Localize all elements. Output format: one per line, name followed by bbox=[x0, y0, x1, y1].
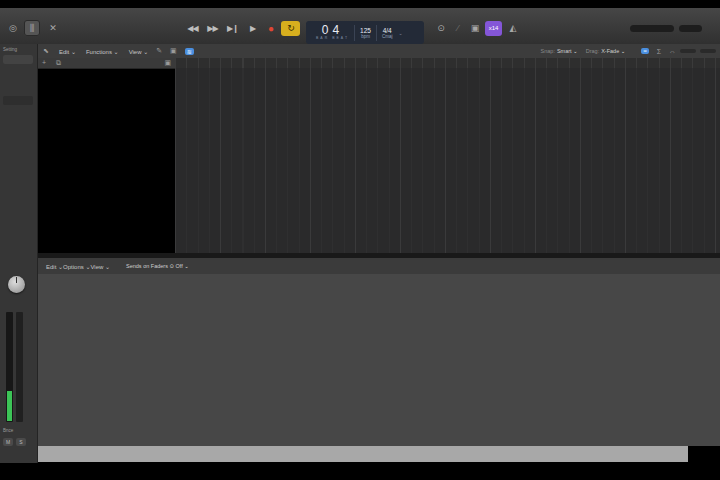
menu-view[interactable]: View ⌄ bbox=[129, 48, 149, 55]
v-zoom-slider[interactable] bbox=[700, 49, 716, 53]
inspector-setting-label[interactable]: Setting bbox=[3, 47, 17, 52]
level-meter bbox=[6, 312, 13, 422]
pencil-tool-icon[interactable]: ✎ bbox=[156, 47, 162, 55]
tracks-menubar: ⬉ Edit ⌄Functions ⌄View ⌄ ✎ ▣ ≋ Snap: Sm… bbox=[38, 44, 720, 59]
menu-functions[interactable]: Functions ⌄ bbox=[86, 48, 119, 55]
drag-label: Drag: bbox=[586, 48, 599, 54]
replace-icon[interactable]: ⁄ bbox=[450, 20, 466, 36]
tempo-value[interactable]: 125 bbox=[360, 27, 371, 34]
cycle-button[interactable]: ↻ bbox=[281, 21, 300, 36]
mixer-menu-view[interactable]: View ⌄ bbox=[90, 263, 110, 270]
inspector-setting-slot[interactable] bbox=[3, 55, 33, 64]
inspector-panel: Setting Bnce M S bbox=[0, 44, 38, 463]
window-bottom-bar bbox=[38, 446, 688, 462]
logic-pro-window: ◎ ⫼ ✕ ◀◀ ▶▶ ▶❙ ▶ ● ↻ 04 BAR BEAT 125 bpm… bbox=[0, 0, 720, 480]
inspector-eq-thumb[interactable] bbox=[3, 96, 33, 105]
inspector-mute-button[interactable]: M bbox=[3, 438, 13, 446]
record-button[interactable]: ● bbox=[261, 21, 280, 36]
pan-knob[interactable] bbox=[8, 276, 25, 293]
duplicate-track-button[interactable]: ⧉ bbox=[56, 59, 61, 67]
lcd-chevron-icon[interactable]: ⌄ bbox=[398, 30, 402, 36]
add-track-button[interactable]: + bbox=[42, 59, 46, 66]
arrange-grid[interactable] bbox=[175, 68, 720, 253]
snap-label: Snap: bbox=[541, 48, 555, 54]
catch-playhead-icon[interactable]: ≋ bbox=[185, 48, 194, 55]
track-header-options-icon[interactable]: ▣ bbox=[164, 59, 171, 67]
snap-menu[interactable]: Smart ⌄ bbox=[557, 48, 578, 54]
play-button[interactable]: ▶ bbox=[243, 21, 262, 36]
mixer-menubar: Edit ⌄Options ⌄View ⌄ Sends on Faders ⊙ … bbox=[38, 258, 720, 275]
sends-on-faders-control[interactable]: Sends on Faders ⊙ Off ⌄ bbox=[126, 263, 189, 269]
inspector-solo-button[interactable]: S bbox=[16, 438, 26, 446]
solo-mode-icon[interactable]: ⊙ bbox=[433, 20, 449, 36]
inspector-value: Bnce bbox=[3, 428, 13, 433]
display-mode-pill[interactable] bbox=[679, 25, 702, 32]
rewind-button[interactable]: ◀◀ bbox=[183, 21, 202, 36]
monitor-icon[interactable]: ◎ bbox=[5, 20, 21, 36]
master-volume-slider[interactable] bbox=[630, 25, 674, 32]
collapse-icon[interactable]: ⇔ bbox=[669, 48, 676, 55]
metronome-icon[interactable]: ◭ bbox=[505, 20, 521, 36]
mixer-menu-options[interactable]: Options ⌄ bbox=[63, 263, 90, 270]
time-signature[interactable]: 4/4 bbox=[383, 27, 392, 34]
fader-track[interactable] bbox=[16, 312, 23, 422]
h-zoom-slider[interactable] bbox=[680, 49, 696, 53]
control-bar: ◎ ⫼ ✕ ◀◀ ▶▶ ▶❙ ▶ ● ↻ 04 BAR BEAT 125 bpm… bbox=[0, 8, 720, 45]
list-editors-icon[interactable]: ▣ bbox=[467, 20, 483, 36]
key-signature: Cmaj bbox=[382, 34, 393, 39]
forward-button[interactable]: ▶▶ bbox=[203, 21, 222, 36]
track-list-header: + ⧉ ▣ bbox=[38, 58, 175, 69]
division-badge[interactable]: x14 bbox=[485, 21, 502, 36]
mixer-toggle-icon[interactable]: ⫼ bbox=[24, 20, 40, 36]
shortcut-icon[interactable]: ▣ bbox=[170, 47, 177, 55]
drag-menu[interactable]: X-Fade ⌄ bbox=[601, 48, 625, 54]
goto-end-button[interactable]: ▶❙ bbox=[223, 21, 242, 36]
mixer-background bbox=[38, 274, 720, 446]
lcd-display[interactable]: 04 BAR BEAT 125 bpm 4/4 Cmaj ⌄ bbox=[306, 21, 424, 44]
tool-icon[interactable]: ✕ bbox=[45, 20, 61, 36]
waveform-zoom-icon[interactable]: ≈ bbox=[641, 48, 648, 54]
menu-edit[interactable]: Edit ⌄ bbox=[59, 48, 76, 55]
mixer-menu-edit[interactable]: Edit ⌄ bbox=[46, 263, 63, 270]
auto-zoom-icon[interactable]: Σ bbox=[657, 48, 661, 55]
